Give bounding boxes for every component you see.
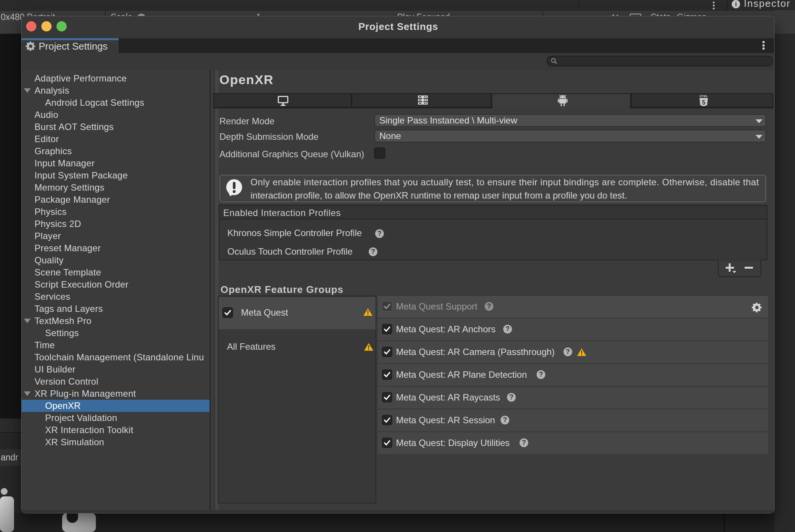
svg-text:5: 5: [702, 99, 706, 106]
svg-text:HTML: HTML: [700, 94, 708, 98]
